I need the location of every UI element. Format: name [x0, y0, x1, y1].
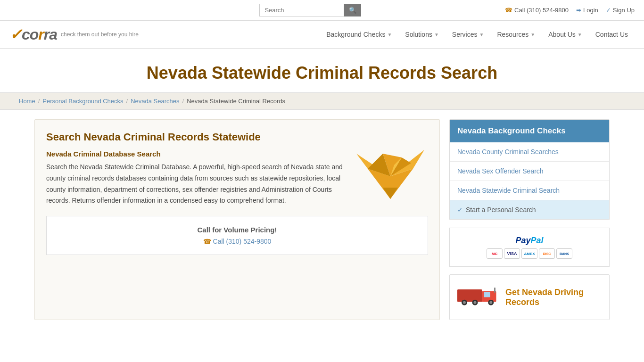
caret-icon: ▼	[530, 32, 535, 37]
paypal-logo: PayPal	[457, 236, 602, 246]
origami-bird-image	[353, 131, 428, 206]
login-icon: ➡	[576, 7, 581, 14]
sidebar-link-sex-offender[interactable]: Nevada Sex Offender Search	[450, 162, 609, 181]
login-text: Login	[583, 7, 598, 14]
main-content: Search Nevada Criminal Records Statewide…	[16, 110, 628, 329]
caret-icon: ▼	[578, 32, 582, 37]
breadcrumb-sep: /	[38, 98, 40, 105]
nav-contact-us[interactable]: Contact Us	[589, 27, 635, 42]
svg-marker-5	[383, 188, 398, 199]
nav-solutions[interactable]: Solutions ▼	[398, 27, 446, 42]
truck-icon	[457, 282, 500, 311]
sidebar-link-start-search[interactable]: ✓ Start a Personal Search	[450, 200, 609, 219]
call-box-title: Call for Volume Pricing!	[56, 226, 418, 234]
sidebar-link-statewide-criminal[interactable]: Nevada Statewide Criminal Search	[450, 181, 609, 200]
svg-rect-11	[494, 288, 495, 293]
search-input[interactable]	[259, 4, 344, 16]
discover-icon: DISC	[539, 248, 555, 259]
login-link[interactable]: ➡ Login	[576, 7, 598, 14]
driving-records-box: Get Nevada Driving Records	[449, 274, 610, 320]
mastercard-icon: MC	[487, 248, 503, 259]
breadcrumb-personal-bg[interactable]: Personal Background Checks	[42, 98, 123, 105]
sidebar-header: Nevada Background Checks	[450, 120, 609, 142]
breadcrumb-sep: /	[126, 98, 128, 105]
logo-tagline: check them out before you hire	[61, 31, 139, 38]
amex-icon: AMEX	[521, 248, 537, 259]
paypal-area: PayPal MC VISA AMEX DISC BANK	[449, 228, 610, 267]
sidebar: Nevada Background Checks Nevada County C…	[449, 119, 610, 320]
bank-icon: BANK	[556, 248, 572, 259]
sidebar-bg-checks-box: Nevada Background Checks Nevada County C…	[449, 119, 610, 220]
logo-check-icon: ✓	[9, 26, 22, 43]
nav-resources[interactable]: Resources ▼	[490, 27, 542, 42]
sidebar-link-county-criminal[interactable]: Nevada County Criminal Searches	[450, 142, 609, 161]
svg-rect-8	[457, 289, 482, 302]
truck-icon-area	[457, 282, 500, 312]
phone-link[interactable]: ☎ Call (310) 524-9800	[505, 7, 569, 14]
page-title: Nevada Statewide Criminal Records Search	[9, 63, 635, 83]
card-icons: MC VISA AMEX DISC BANK	[457, 248, 602, 259]
header: ✓corra check them out before you hire Ba…	[0, 21, 644, 49]
search-button[interactable]: 🔍	[344, 4, 361, 16]
driving-content: Get Nevada Driving Records	[450, 275, 609, 320]
svg-point-17	[489, 301, 492, 304]
nav-background-checks[interactable]: Background Checks ▼	[320, 27, 398, 42]
call-number-link[interactable]: Call (310) 524-9800	[213, 238, 272, 245]
signup-icon: ✓	[606, 7, 611, 14]
call-box-number[interactable]: ☎ Call (310) 524-9800	[56, 238, 418, 245]
caret-icon: ▼	[434, 32, 439, 37]
visa-icon: VISA	[504, 248, 520, 259]
phone-icon: ☎	[505, 7, 512, 14]
top-bar: 🔍 ☎ Call (310) 524-9800 ➡ Login ✓ Sign U…	[0, 0, 644, 21]
list-item-cta: ✓ Start a Personal Search	[450, 200, 609, 220]
nav-about-us[interactable]: About Us ▼	[542, 27, 589, 42]
breadcrumb-home[interactable]: Home	[19, 98, 35, 105]
breadcrumb-bar: Home / Personal Background Checks / Neva…	[0, 92, 644, 110]
logo-area: ✓corra check them out before you hire	[9, 25, 151, 43]
signup-text: Sign Up	[613, 7, 635, 14]
signup-link[interactable]: ✓ Sign Up	[606, 7, 635, 14]
start-search-icon: ✓	[457, 206, 463, 214]
breadcrumb-nevada-searches[interactable]: Nevada Searches	[131, 98, 179, 105]
breadcrumb-sep: /	[182, 98, 184, 105]
content-left: Search Nevada Criminal Records Statewide…	[34, 119, 440, 320]
svg-point-13	[463, 301, 466, 304]
driving-records-title: Get Nevada Driving Records	[505, 288, 602, 307]
bird-area	[353, 131, 428, 208]
list-item: Nevada Statewide Criminal Search	[450, 181, 609, 200]
svg-rect-10	[484, 292, 490, 297]
main-nav: Background Checks ▼ Solutions ▼ Services…	[151, 27, 635, 42]
page-title-area: Nevada Statewide Criminal Records Search	[0, 49, 644, 92]
search-area: 🔍	[259, 4, 361, 16]
phone-text: Call (310) 524-9800	[514, 7, 569, 14]
breadcrumb: Home / Personal Background Checks / Neva…	[19, 98, 625, 105]
logo: ✓corra	[9, 25, 57, 43]
caret-icon: ▼	[479, 32, 484, 37]
nav-services[interactable]: Services ▼	[446, 27, 491, 42]
svg-point-15	[474, 301, 477, 304]
list-item: Nevada Sex Offender Search	[450, 162, 609, 181]
list-item: Nevada County Criminal Searches	[450, 142, 609, 162]
sidebar-links-list: Nevada County Criminal Searches Nevada S…	[450, 142, 609, 220]
caret-icon: ▼	[387, 32, 392, 37]
breadcrumb-current: Nevada Statewide Criminal Records	[187, 98, 285, 105]
call-phone-icon: ☎	[203, 238, 211, 245]
call-box: Call for Volume Pricing! ☎ Call (310) 52…	[46, 216, 428, 255]
